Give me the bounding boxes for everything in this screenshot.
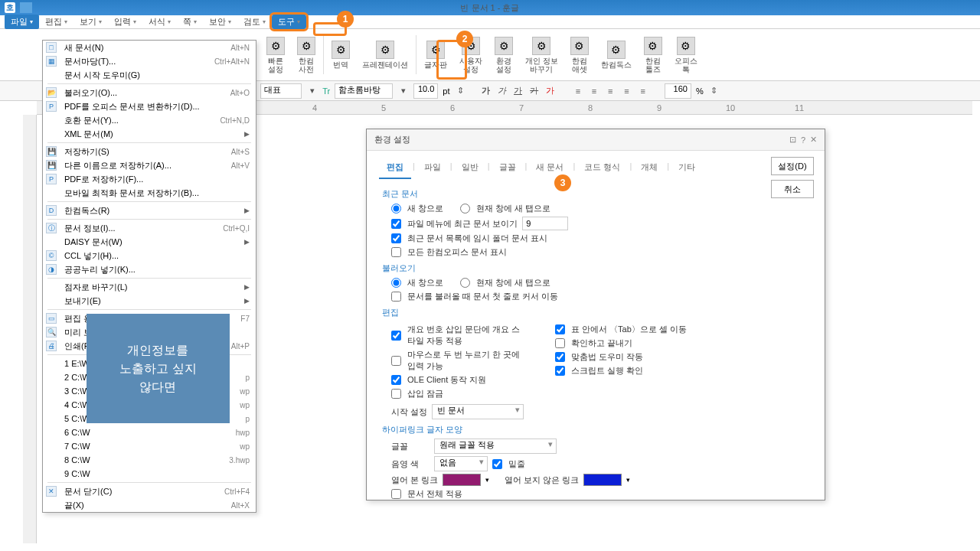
cancel-button[interactable]: 취소 — [771, 180, 814, 198]
menuitem[interactable]: 📂불러오기(O)...Alt+O — [43, 86, 256, 99]
menu-검토[interactable]: 검토▾ — [237, 15, 272, 29]
menuitem[interactable]: 끝(X)Alt+X — [43, 498, 256, 512]
size-select[interactable]: 10.0 — [413, 83, 438, 99]
unvisited-color-swatch[interactable] — [583, 474, 622, 486]
visited-color-swatch[interactable] — [443, 474, 481, 486]
tab-파일[interactable]: 파일 — [416, 157, 449, 179]
show-recent-checkbox[interactable] — [391, 219, 401, 229]
menuitem[interactable]: 9 C:\W — [43, 467, 256, 481]
menu-편집[interactable]: 편집▾ — [39, 15, 74, 29]
all-hancom-checkbox[interactable] — [391, 247, 401, 257]
tab-일반[interactable]: 일반 — [454, 157, 486, 179]
edit-opt[interactable] — [391, 375, 401, 385]
menuitem[interactable]: ⓘ문서 정보(I)...Ctrl+Q,I — [43, 221, 256, 235]
menuitem[interactable]: PPDF로 저장하기(F)... — [43, 172, 256, 186]
align-left-button[interactable]: ≡ — [572, 83, 583, 99]
tab-편집[interactable]: 편집 — [379, 157, 411, 179]
menu-쪽[interactable]: 쪽▾ — [177, 15, 203, 29]
menuitem[interactable]: 💾다른 이름으로 저장하기(A)...Alt+V — [43, 158, 256, 172]
quick-access-chevron[interactable] — [20, 2, 32, 13]
underline-checkbox[interactable] — [492, 459, 502, 469]
dialog-min-icon[interactable]: ⊡ — [789, 135, 796, 145]
menuitem[interactable]: 8 C:\W3.hwp — [43, 453, 256, 467]
zoom-select[interactable]: 160 — [665, 83, 691, 99]
edit-opt[interactable] — [555, 324, 565, 334]
ribbon-한컴애셋[interactable]: ⚙한컴애셋 — [564, 32, 595, 77]
ribbon-한컴사전[interactable]: ⚙한컴사전 — [291, 32, 322, 77]
edit-opt[interactable] — [555, 352, 565, 362]
apply-all-checkbox[interactable] — [391, 489, 401, 499]
align-justify-button[interactable]: ≡ — [621, 83, 632, 99]
recent-count-input[interactable] — [522, 217, 568, 230]
menuitem[interactable]: 7 C:\Wwp — [43, 439, 256, 453]
menuitem[interactable]: ▦문서마당(T)...Ctrl+Alt+N — [43, 54, 256, 68]
ribbon-오피스톡[interactable]: ⚙오피스톡 — [668, 32, 704, 77]
ribbon-환경설정[interactable]: ⚙환경설정 — [488, 32, 519, 77]
align-distribute-button[interactable]: ≡ — [637, 83, 648, 99]
ribbon-글자판[interactable]: ⚙글자판 — [418, 32, 453, 77]
ribbon-개인 정보바꾸기[interactable]: ⚙개인 정보바꾸기 — [519, 32, 564, 77]
zoom-spinner[interactable]: ⇕ — [708, 83, 720, 99]
menuitem[interactable]: 모바일 최적화 문서로 저장하기(B)... — [43, 186, 256, 200]
recent-newtab-radio[interactable] — [460, 204, 470, 214]
menu-보기[interactable]: 보기▾ — [74, 15, 108, 29]
font-select[interactable]: 함초롬바탕 — [335, 83, 393, 99]
menuitem[interactable]: 보내기(E)▶ — [43, 294, 256, 308]
tab-기타[interactable]: 기타 — [671, 157, 703, 179]
edit-opt[interactable] — [391, 356, 401, 366]
edit-opt[interactable] — [555, 366, 565, 376]
temp-folder-checkbox[interactable] — [391, 233, 401, 243]
align-right-button[interactable]: ≡ — [605, 83, 616, 99]
recent-newwindow-radio[interactable] — [391, 204, 401, 214]
ribbon-빠른설정[interactable]: ⚙빠른설정 — [260, 32, 291, 77]
menuitem[interactable]: 점자로 바꾸기(L)▶ — [43, 280, 256, 294]
italic-button[interactable]: 가 — [496, 83, 508, 99]
bold-button[interactable]: 가 — [480, 83, 492, 99]
strike-button[interactable]: 가 — [528, 83, 540, 99]
cursor-firstline-checkbox[interactable] — [391, 292, 401, 302]
menuitem[interactable]: D한컴독스(R)▶ — [43, 204, 256, 217]
ribbon-프레젠테이션[interactable]: ⚙프레젠테이션 — [356, 32, 414, 77]
dropdown-icon[interactable]: ▾ — [306, 83, 318, 99]
style-select[interactable]: 대표 — [260, 83, 302, 99]
menu-서식[interactable]: 서식▾ — [142, 15, 177, 29]
menuitem[interactable]: XML 문서(M)▶ — [43, 127, 256, 141]
menu-파일[interactable]: 파일▾ — [5, 15, 39, 29]
menuitem[interactable]: ✕문서 닫기(C)Ctrl+F4 — [43, 484, 256, 498]
dialog-title: 환경 설정 — [374, 134, 410, 145]
menu-입력[interactable]: 입력▾ — [108, 15, 142, 29]
edit-opt[interactable] — [391, 389, 401, 399]
menuitem[interactable]: □새 문서(N)Alt+N — [43, 41, 256, 54]
dropdown-icon[interactable]: ▾ — [397, 83, 409, 99]
open-newwindow-radio[interactable] — [391, 278, 401, 288]
menuitem[interactable]: 호환 문서(Y)...Ctrl+N,D — [43, 113, 256, 127]
menuitem[interactable]: ©CCL 넣기(H)... — [43, 249, 256, 262]
menuitem[interactable]: DAISY 문서(W)▶ — [43, 235, 256, 249]
tab-글꼴[interactable]: 글꼴 — [492, 157, 524, 179]
fontcolor-button[interactable]: 가 — [544, 83, 556, 99]
dialog-close-icon[interactable]: ✕ — [810, 135, 817, 145]
menu-도구[interactable]: 도구▾ — [272, 15, 306, 29]
edit-opt[interactable] — [555, 338, 565, 348]
ribbon-한컴툴즈[interactable]: ⚙한컴툴즈 — [638, 32, 668, 77]
menuitem[interactable]: PPDF를 오피스 문서로 변환하기(D)... — [43, 99, 256, 113]
menu-보안[interactable]: 보안▾ — [203, 15, 237, 29]
menuitem[interactable]: 6 C:\Whwp — [43, 425, 256, 439]
edit-opt[interactable] — [391, 331, 401, 341]
menuitem[interactable]: ◑공공누리 넣기(K)... — [43, 262, 256, 276]
ribbon-번역[interactable]: ⚙번역 — [325, 32, 356, 77]
menuitem[interactable]: 💾저장하기(S)Alt+S — [43, 145, 256, 158]
start-setting-select[interactable]: 빈 문서 — [432, 404, 524, 419]
tab-코드 형식[interactable]: 코드 형식 — [577, 157, 628, 179]
size-spinner[interactable]: ⇕ — [454, 83, 466, 99]
open-newtab-radio[interactable] — [460, 278, 470, 288]
align-center-button[interactable]: ≡ — [588, 83, 599, 99]
link-font-select[interactable]: 원래 글꼴 적용 — [434, 439, 557, 454]
dialog-help-icon[interactable]: ? — [801, 135, 805, 145]
ribbon-한컴독스[interactable]: ⚙한컴독스 — [595, 32, 638, 77]
link-shade-select[interactable]: 없음 — [434, 456, 488, 471]
underline-button[interactable]: 가 — [512, 83, 524, 99]
tab-개체[interactable]: 개체 — [633, 157, 665, 179]
ok-button[interactable]: 설정(D) — [771, 157, 814, 175]
menuitem[interactable]: 문서 시작 도우미(G) — [43, 68, 256, 82]
